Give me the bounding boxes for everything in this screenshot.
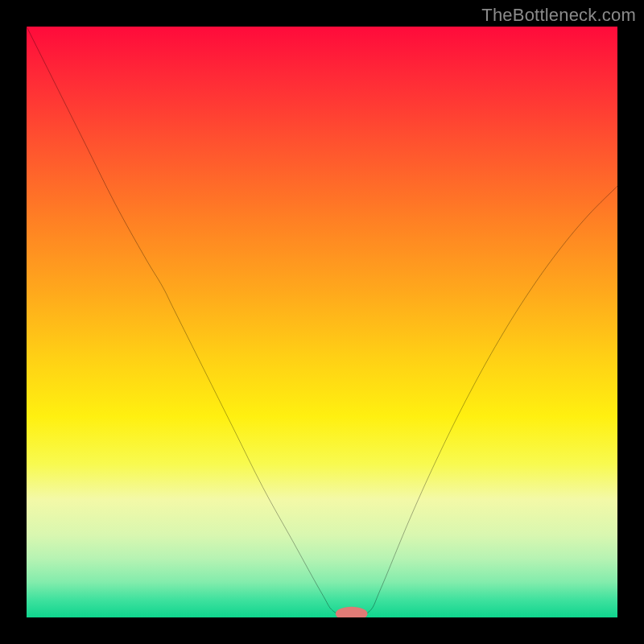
minimum-marker [336, 607, 368, 617]
chart-svg [27, 27, 617, 617]
bottleneck-curve [27, 27, 617, 617]
chart-frame: TheBottleneck.com [0, 0, 644, 644]
watermark-text: TheBottleneck.com [481, 5, 636, 26]
plot-area [27, 27, 617, 617]
